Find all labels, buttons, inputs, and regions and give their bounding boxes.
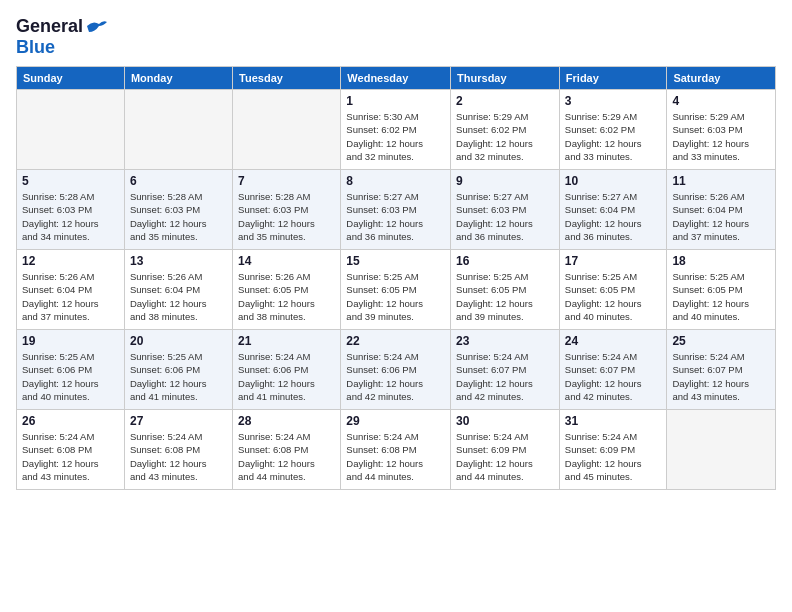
day-number: 5 [22,174,119,188]
day-info: Sunrise: 5:27 AM Sunset: 6:03 PM Dayligh… [346,190,445,243]
calendar-cell [124,90,232,170]
day-info: Sunrise: 5:24 AM Sunset: 6:09 PM Dayligh… [456,430,554,483]
calendar-cell: 7Sunrise: 5:28 AM Sunset: 6:03 PM Daylig… [233,170,341,250]
day-number: 16 [456,254,554,268]
calendar-cell: 21Sunrise: 5:24 AM Sunset: 6:06 PM Dayli… [233,330,341,410]
day-number: 8 [346,174,445,188]
day-info: Sunrise: 5:26 AM Sunset: 6:04 PM Dayligh… [130,270,227,323]
day-info: Sunrise: 5:26 AM Sunset: 6:04 PM Dayligh… [22,270,119,323]
calendar-cell: 27Sunrise: 5:24 AM Sunset: 6:08 PM Dayli… [124,410,232,490]
day-number: 28 [238,414,335,428]
calendar-cell: 30Sunrise: 5:24 AM Sunset: 6:09 PM Dayli… [451,410,560,490]
day-number: 9 [456,174,554,188]
calendar-cell: 14Sunrise: 5:26 AM Sunset: 6:05 PM Dayli… [233,250,341,330]
logo-bird-icon [85,18,107,36]
column-header-friday: Friday [559,67,667,90]
calendar-cell: 3Sunrise: 5:29 AM Sunset: 6:02 PM Daylig… [559,90,667,170]
calendar-week-row: 26Sunrise: 5:24 AM Sunset: 6:08 PM Dayli… [17,410,776,490]
day-info: Sunrise: 5:29 AM Sunset: 6:02 PM Dayligh… [456,110,554,163]
calendar-cell [17,90,125,170]
day-info: Sunrise: 5:25 AM Sunset: 6:06 PM Dayligh… [130,350,227,403]
day-number: 20 [130,334,227,348]
column-header-wednesday: Wednesday [341,67,451,90]
day-number: 27 [130,414,227,428]
day-number: 21 [238,334,335,348]
day-number: 14 [238,254,335,268]
calendar-cell: 5Sunrise: 5:28 AM Sunset: 6:03 PM Daylig… [17,170,125,250]
calendar-cell: 18Sunrise: 5:25 AM Sunset: 6:05 PM Dayli… [667,250,776,330]
day-number: 19 [22,334,119,348]
day-number: 18 [672,254,770,268]
column-header-sunday: Sunday [17,67,125,90]
day-info: Sunrise: 5:25 AM Sunset: 6:05 PM Dayligh… [565,270,662,323]
calendar-header-row: SundayMondayTuesdayWednesdayThursdayFrid… [17,67,776,90]
day-info: Sunrise: 5:28 AM Sunset: 6:03 PM Dayligh… [238,190,335,243]
calendar-week-row: 1Sunrise: 5:30 AM Sunset: 6:02 PM Daylig… [17,90,776,170]
day-number: 30 [456,414,554,428]
day-number: 24 [565,334,662,348]
calendar-cell: 4Sunrise: 5:29 AM Sunset: 6:03 PM Daylig… [667,90,776,170]
calendar-cell: 6Sunrise: 5:28 AM Sunset: 6:03 PM Daylig… [124,170,232,250]
calendar-cell: 13Sunrise: 5:26 AM Sunset: 6:04 PM Dayli… [124,250,232,330]
day-number: 29 [346,414,445,428]
calendar-cell: 28Sunrise: 5:24 AM Sunset: 6:08 PM Dayli… [233,410,341,490]
calendar-cell: 29Sunrise: 5:24 AM Sunset: 6:08 PM Dayli… [341,410,451,490]
day-info: Sunrise: 5:24 AM Sunset: 6:07 PM Dayligh… [456,350,554,403]
column-header-monday: Monday [124,67,232,90]
logo-blue-text: Blue [16,37,55,57]
day-number: 13 [130,254,227,268]
calendar-cell: 16Sunrise: 5:25 AM Sunset: 6:05 PM Dayli… [451,250,560,330]
day-number: 1 [346,94,445,108]
column-header-thursday: Thursday [451,67,560,90]
day-info: Sunrise: 5:27 AM Sunset: 6:03 PM Dayligh… [456,190,554,243]
calendar-table: SundayMondayTuesdayWednesdayThursdayFrid… [16,66,776,490]
day-info: Sunrise: 5:27 AM Sunset: 6:04 PM Dayligh… [565,190,662,243]
day-info: Sunrise: 5:24 AM Sunset: 6:08 PM Dayligh… [130,430,227,483]
calendar-cell: 17Sunrise: 5:25 AM Sunset: 6:05 PM Dayli… [559,250,667,330]
day-info: Sunrise: 5:28 AM Sunset: 6:03 PM Dayligh… [22,190,119,243]
day-info: Sunrise: 5:24 AM Sunset: 6:08 PM Dayligh… [22,430,119,483]
calendar-cell: 12Sunrise: 5:26 AM Sunset: 6:04 PM Dayli… [17,250,125,330]
day-info: Sunrise: 5:28 AM Sunset: 6:03 PM Dayligh… [130,190,227,243]
calendar-cell: 31Sunrise: 5:24 AM Sunset: 6:09 PM Dayli… [559,410,667,490]
calendar-cell [667,410,776,490]
calendar-week-row: 5Sunrise: 5:28 AM Sunset: 6:03 PM Daylig… [17,170,776,250]
day-info: Sunrise: 5:24 AM Sunset: 6:09 PM Dayligh… [565,430,662,483]
page-header: General Blue [16,16,776,58]
column-header-saturday: Saturday [667,67,776,90]
calendar-cell: 10Sunrise: 5:27 AM Sunset: 6:04 PM Dayli… [559,170,667,250]
day-info: Sunrise: 5:24 AM Sunset: 6:08 PM Dayligh… [346,430,445,483]
calendar-cell: 20Sunrise: 5:25 AM Sunset: 6:06 PM Dayli… [124,330,232,410]
calendar-cell: 11Sunrise: 5:26 AM Sunset: 6:04 PM Dayli… [667,170,776,250]
calendar-cell: 22Sunrise: 5:24 AM Sunset: 6:06 PM Dayli… [341,330,451,410]
day-info: Sunrise: 5:29 AM Sunset: 6:02 PM Dayligh… [565,110,662,163]
day-info: Sunrise: 5:25 AM Sunset: 6:05 PM Dayligh… [672,270,770,323]
day-number: 23 [456,334,554,348]
day-info: Sunrise: 5:25 AM Sunset: 6:05 PM Dayligh… [456,270,554,323]
calendar-cell: 9Sunrise: 5:27 AM Sunset: 6:03 PM Daylig… [451,170,560,250]
day-info: Sunrise: 5:25 AM Sunset: 6:06 PM Dayligh… [22,350,119,403]
day-number: 15 [346,254,445,268]
day-number: 4 [672,94,770,108]
day-number: 25 [672,334,770,348]
logo-general-text: General [16,16,83,37]
day-info: Sunrise: 5:24 AM Sunset: 6:06 PM Dayligh… [238,350,335,403]
calendar-cell: 19Sunrise: 5:25 AM Sunset: 6:06 PM Dayli… [17,330,125,410]
day-info: Sunrise: 5:26 AM Sunset: 6:04 PM Dayligh… [672,190,770,243]
day-number: 6 [130,174,227,188]
day-number: 12 [22,254,119,268]
day-number: 7 [238,174,335,188]
calendar-cell: 2Sunrise: 5:29 AM Sunset: 6:02 PM Daylig… [451,90,560,170]
day-number: 11 [672,174,770,188]
day-info: Sunrise: 5:24 AM Sunset: 6:08 PM Dayligh… [238,430,335,483]
calendar-cell: 23Sunrise: 5:24 AM Sunset: 6:07 PM Dayli… [451,330,560,410]
calendar-cell: 26Sunrise: 5:24 AM Sunset: 6:08 PM Dayli… [17,410,125,490]
day-number: 10 [565,174,662,188]
day-number: 26 [22,414,119,428]
day-number: 3 [565,94,662,108]
day-info: Sunrise: 5:29 AM Sunset: 6:03 PM Dayligh… [672,110,770,163]
day-info: Sunrise: 5:25 AM Sunset: 6:05 PM Dayligh… [346,270,445,323]
calendar-cell: 1Sunrise: 5:30 AM Sunset: 6:02 PM Daylig… [341,90,451,170]
calendar-cell: 25Sunrise: 5:24 AM Sunset: 6:07 PM Dayli… [667,330,776,410]
logo: General Blue [16,16,107,58]
